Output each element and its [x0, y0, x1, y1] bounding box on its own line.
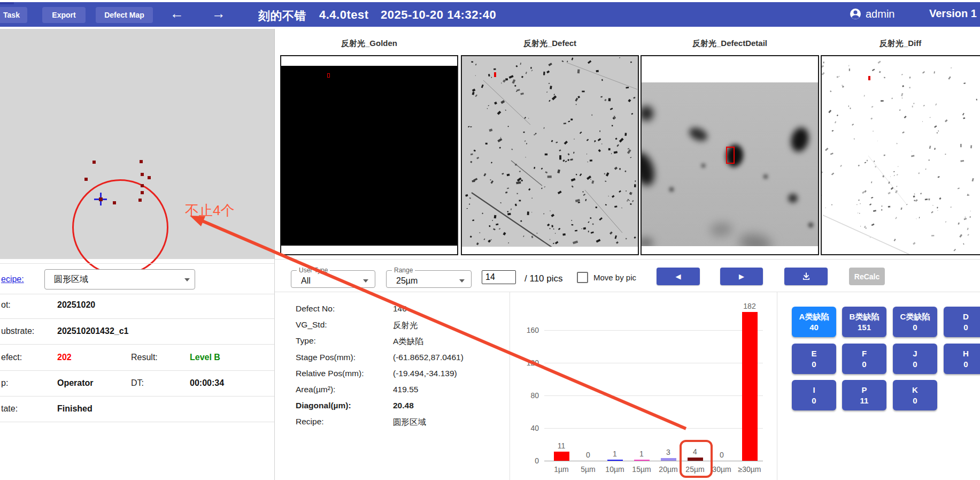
- defect-class-button-C类缺陷[interactable]: C类缺陷0: [893, 307, 937, 337]
- defect-class-button-K[interactable]: K0: [893, 380, 937, 410]
- download-button[interactable]: [784, 268, 828, 285]
- chart-xtick: ≥30µm: [731, 465, 768, 474]
- move-by-pic-checkbox[interactable]: [577, 272, 588, 283]
- class-button-label: D: [944, 311, 980, 322]
- prev-pic-button[interactable]: ◀: [657, 268, 700, 285]
- defect-class-button-E[interactable]: E0: [792, 344, 836, 374]
- class-button-count: 11: [842, 395, 886, 406]
- info-row-label: p:: [1, 378, 8, 388]
- chart-bar-15µm: [634, 460, 650, 461]
- top-left-notch: [0, 2, 14, 4]
- defect-class-button-H[interactable]: H0: [944, 344, 980, 374]
- detail-value: (-19.494,-34.139): [393, 369, 457, 378]
- detail-value: 圆形区域: [393, 417, 426, 428]
- selected-defect-dot: [99, 197, 103, 201]
- chart-gridline: [544, 330, 763, 331]
- divider: [510, 292, 510, 480]
- wafer-defect-dot[interactable]: [140, 160, 143, 163]
- info-row-value: 20251020: [57, 300, 95, 310]
- defect-detail-viewer[interactable]: [641, 55, 819, 255]
- chart-ytick: 0: [518, 456, 539, 465]
- defect-class-button-P[interactable]: P11: [842, 380, 886, 410]
- defect-class-button-F[interactable]: F0: [842, 344, 886, 374]
- export-button[interactable]: Export: [42, 7, 86, 23]
- class-button-label: C类缺陷: [893, 311, 937, 322]
- divider: [0, 318, 274, 319]
- user-type-select[interactable]: User Type All: [291, 266, 375, 288]
- recalc-button[interactable]: ReCalc: [849, 268, 885, 285]
- wafer-defect-dot[interactable]: [113, 201, 116, 204]
- defect-blob: [808, 223, 813, 227]
- class-button-label: B类缺陷: [842, 311, 886, 322]
- task-button[interactable]: Task: [0, 7, 27, 23]
- user-icon: [849, 7, 862, 20]
- forward-arrow-icon[interactable]: →: [212, 6, 226, 20]
- defect-class-button-I[interactable]: I0: [792, 380, 836, 410]
- info-row-label: tate:: [1, 404, 18, 414]
- defect-image-viewer[interactable]: [461, 55, 639, 255]
- divider: [274, 259, 275, 480]
- defect-blob: [642, 106, 653, 121]
- range-select[interactable]: Range 25µm: [386, 266, 472, 288]
- recipe-link[interactable]: ecipe:: [1, 275, 24, 284]
- next-pic-button[interactable]: ▶: [720, 268, 763, 285]
- recipe-select-value: 圆形区域: [54, 274, 88, 285]
- pic-index-input[interactable]: [482, 270, 516, 284]
- diff-image: [822, 56, 980, 254]
- defect-class-button-B类缺陷[interactable]: B类缺陷151: [842, 307, 886, 337]
- wafer-defect-dot[interactable]: [141, 173, 144, 176]
- app-version-tag: 4.4.0test: [319, 8, 369, 22]
- chevron-down-icon: [363, 279, 368, 283]
- chart-bar-≥30µm: [742, 312, 758, 461]
- top-app-bar: Task Export Defect Map ← → 刻的不错 4.4.0tes…: [0, 2, 980, 27]
- detail-label: Relative Pos(mm):: [296, 369, 364, 378]
- defect-class-button-J[interactable]: J0: [893, 344, 937, 374]
- defect-blob: [738, 232, 774, 246]
- info-row-value: 202510201432_c1: [57, 326, 128, 336]
- wafer-defect-dot[interactable]: [141, 184, 144, 187]
- info-row-label: ubstrate:: [1, 326, 34, 336]
- defect-class-button-D[interactable]: D0: [944, 307, 980, 337]
- detail-label: Recipe:: [296, 417, 324, 426]
- info-row-value: Operator: [57, 378, 94, 388]
- wafer-defect-dot[interactable]: [84, 178, 88, 181]
- divider: [274, 292, 980, 292]
- class-button-label: P: [842, 385, 886, 395]
- class-button-label: K: [893, 385, 937, 395]
- defect-map-button[interactable]: Defect Map: [96, 7, 153, 23]
- wafer-defect-dot[interactable]: [141, 191, 144, 194]
- panel-title-diff: 反射光_Diff: [821, 39, 980, 50]
- class-button-count: 40: [792, 322, 836, 333]
- class-button-label: I: [792, 385, 836, 395]
- defect-blob: [789, 126, 811, 154]
- divider: [777, 292, 777, 480]
- wafer-defect-dot[interactable]: [148, 176, 151, 179]
- recipe-select[interactable]: 圆形区域: [44, 269, 195, 289]
- divider: [0, 263, 274, 264]
- back-arrow-icon[interactable]: ←: [170, 6, 184, 20]
- divider: [0, 422, 274, 422]
- diff-defect-marker: [868, 76, 870, 80]
- class-button-count: 0: [944, 359, 980, 370]
- info-row-value: 202: [57, 353, 72, 362]
- class-button-label: H: [944, 348, 980, 359]
- defect-class-button-A类缺陷[interactable]: A类缺陷40: [792, 307, 836, 337]
- class-button-count: 0: [893, 359, 937, 370]
- detail-label: Area(µm²):: [296, 385, 335, 394]
- user-chip[interactable]: admin: [849, 7, 894, 20]
- chart-bar-20µm: [661, 458, 676, 461]
- detail-value: 20.48: [393, 401, 414, 410]
- wafer-defect-dot[interactable]: [138, 199, 142, 202]
- wafer-defect-dot[interactable]: [92, 161, 96, 164]
- golden-image-viewer[interactable]: [280, 55, 458, 255]
- chart-gridline: [544, 363, 763, 363]
- divider: [0, 294, 274, 294]
- diff-image-viewer[interactable]: [821, 55, 980, 255]
- defect-blob: [709, 222, 733, 238]
- defect-marker: [494, 72, 496, 77]
- user-type-label: User Type: [297, 266, 330, 274]
- panel-title-defect: 反射光_Defect: [461, 39, 639, 50]
- wafer-defect-map[interactable]: 不止4个: [0, 29, 275, 259]
- chart-ytick: 120: [518, 359, 539, 367]
- info-row-label2: Result:: [131, 353, 158, 362]
